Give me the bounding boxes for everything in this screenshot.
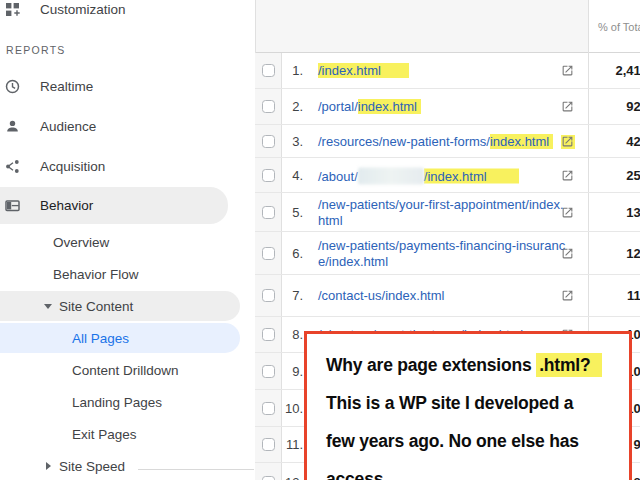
row-index: 9. <box>283 364 303 379</box>
row-index: 6. <box>283 246 303 261</box>
pageviews-value: 122 <box>626 246 640 261</box>
url-segment: /about/ <box>318 168 358 183</box>
row-checkbox[interactable] <box>262 328 275 341</box>
chevron-right-icon <box>46 462 51 470</box>
row-index: 11. <box>283 437 303 452</box>
checkbox-column <box>255 275 282 317</box>
url-segment: /portal/ <box>318 99 358 114</box>
row-checkbox[interactable] <box>262 247 275 260</box>
url-segment: /contact-us/index.html <box>318 288 444 303</box>
pageviews-value: 131 <box>626 205 640 220</box>
sidebar-divider <box>138 469 254 470</box>
page-url-link[interactable]: /contact-us/index.html <box>318 288 568 304</box>
table-row: 3./resources/new-patient-forms/index.htm… <box>255 125 640 158</box>
customization-icon <box>5 2 20 17</box>
pageviews-value: 87 <box>634 475 640 480</box>
pageviews-value: 259 <box>626 168 640 183</box>
sidebar-item-landing-pages[interactable]: Landing Pages <box>0 386 255 418</box>
page-url-link[interactable]: /index.html <box>318 63 568 79</box>
checkbox-column <box>255 317 282 353</box>
sidebar-item-realtime[interactable]: Realtime <box>0 66 255 106</box>
metric-cell: 259 <box>588 158 640 193</box>
highlighted-url-segment: index.html <box>490 134 553 149</box>
sidebar-item-content-drilldown[interactable]: Content Drilldown <box>0 354 255 386</box>
sidebar-item-label: Realtime <box>40 79 93 94</box>
annotation-line-3: few years ago. No one else has <box>326 422 629 460</box>
row-index: 8. <box>283 327 303 342</box>
row-index: 3. <box>283 134 303 149</box>
open-in-new-icon[interactable] <box>561 100 575 114</box>
table-header: % of Total <box>255 0 640 53</box>
open-in-new-icon[interactable] <box>561 206 575 220</box>
open-in-new-icon[interactable] <box>561 135 575 149</box>
sidebar-item-exit-pages[interactable]: Exit Pages <box>0 418 255 450</box>
pageviews-value: 427 <box>626 134 640 149</box>
url-segment: /new-patients/your-first-appointment/ind… <box>318 197 564 228</box>
analytics-screen: Customization REPORTS Realtime Audience <box>0 0 640 480</box>
url-segment: /new-patients/payments-financing-insuran… <box>318 238 565 269</box>
row-checkbox[interactable] <box>262 289 275 302</box>
acquisition-branch-icon <box>5 159 20 174</box>
row-index: 1. <box>283 63 303 78</box>
pageviews-value: 922 <box>626 99 640 114</box>
open-in-new-icon[interactable] <box>561 169 575 183</box>
sidebar-item-label: Acquisition <box>40 159 105 174</box>
row-checkbox[interactable] <box>262 438 275 451</box>
chevron-down-icon <box>44 304 52 309</box>
row-checkbox[interactable] <box>262 100 275 113</box>
metric-cell: 2,413 <box>588 53 640 89</box>
row-index: 4. <box>283 168 303 183</box>
sidebar-item-overview[interactable]: Overview <box>0 226 255 258</box>
annotation-highlight: .html? <box>536 353 602 377</box>
checkbox-column <box>255 53 282 89</box>
sidebar-item-label: Behavior Flow <box>53 267 139 282</box>
open-in-new-icon[interactable] <box>561 64 575 78</box>
header-page-cell <box>282 0 588 52</box>
sidebar-item-audience[interactable]: Audience <box>0 106 255 146</box>
behavior-window-icon <box>5 198 20 213</box>
open-in-new-icon[interactable] <box>561 289 575 303</box>
checkbox-column <box>255 89 282 125</box>
sidebar: Customization REPORTS Realtime Audience <box>0 0 255 480</box>
row-checkbox[interactable] <box>262 135 275 148</box>
highlighted-url-segment: /index.html <box>318 63 409 78</box>
checkbox-column <box>255 193 282 232</box>
pageviews-value: 119 <box>627 288 640 303</box>
open-in-new-icon[interactable] <box>561 247 575 261</box>
checkbox-column <box>255 158 282 193</box>
annotation-line-4: access. <box>326 460 629 480</box>
table-row: 2./portal/index.html922 <box>255 89 640 125</box>
row-checkbox[interactable] <box>262 206 275 219</box>
checkbox-column <box>255 390 282 427</box>
url-segment: /resources/new-patient-forms/ <box>318 134 490 149</box>
page-url-link[interactable]: /about//index.html <box>318 167 568 184</box>
row-index: 2. <box>283 99 303 114</box>
page-url-link[interactable]: /portal/index.html <box>318 99 568 115</box>
sidebar-item-label: Landing Pages <box>72 395 162 410</box>
row-checkbox[interactable] <box>262 402 275 415</box>
sidebar-item-behavior-flow[interactable]: Behavior Flow <box>0 258 255 290</box>
metric-cell: 122 <box>588 232 640 275</box>
metric-cell: 131 <box>588 193 640 232</box>
sidebar-item-customization[interactable]: Customization <box>0 0 255 29</box>
sidebar-item-acquisition[interactable]: Acquisition <box>0 146 255 186</box>
sidebar-item-behavior[interactable]: Behavior <box>0 187 228 224</box>
row-index: 10. <box>283 401 303 416</box>
table-row: 5./new-patients/your-first-appointment/i… <box>255 193 640 232</box>
row-checkbox[interactable] <box>262 365 275 378</box>
sidebar-item-all-pages[interactable]: All Pages <box>0 322 255 354</box>
metric-cell: 119 <box>588 275 640 317</box>
row-checkbox[interactable] <box>262 169 275 182</box>
page-url-link[interactable]: /new-patients/your-first-appointment/ind… <box>318 197 568 229</box>
sidebar-item-label: Site Content <box>59 299 133 314</box>
row-checkbox[interactable] <box>262 476 275 480</box>
sidebar-item-site-content[interactable]: Site Content <box>0 290 255 322</box>
page-url-link[interactable]: /resources/new-patient-forms/index.html <box>318 134 568 150</box>
table-row: 7./contact-us/index.html119 <box>255 275 640 317</box>
highlighted-url-segment: index.html <box>358 99 421 114</box>
sidebar-item-site-speed[interactable]: Site Speed <box>0 450 255 480</box>
audience-person-icon <box>5 119 20 134</box>
sidebar-item-label: Overview <box>53 235 109 250</box>
row-checkbox[interactable] <box>262 64 275 77</box>
page-url-link[interactable]: /new-patients/payments-financing-insuran… <box>318 238 568 270</box>
